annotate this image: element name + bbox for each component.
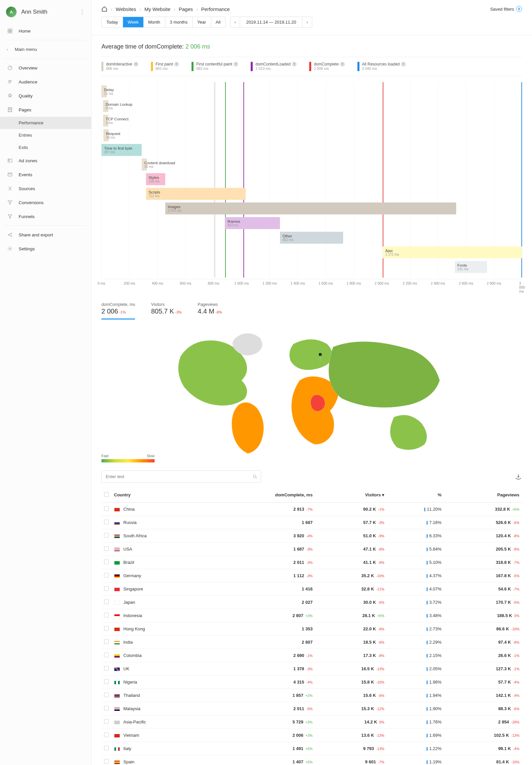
row-checkbox[interactable] (104, 653, 109, 657)
period-3-months[interactable]: 3 months (165, 17, 193, 27)
breadcrumb-3[interactable]: Pages (179, 6, 193, 12)
table-row: Thailand 1 857 +2% 15.6 K -6% 1.94% 142.… (101, 689, 522, 702)
row-checkbox[interactable] (104, 546, 109, 551)
saved-filters-button[interactable]: Saved filters 8 (490, 6, 522, 12)
period-month[interactable]: Month (144, 17, 165, 27)
flag-icon (114, 681, 120, 685)
row-checkbox[interactable] (104, 599, 109, 604)
download-icon[interactable] (515, 473, 522, 480)
flag-icon (114, 574, 120, 578)
date-range-value[interactable]: 2019.11.14 — 2019.11.20 (240, 17, 302, 27)
nav-overview[interactable]: Overview (0, 61, 91, 75)
main-menu-back[interactable]: ‹ Main menu (0, 42, 91, 57)
period-year[interactable]: Year (193, 17, 211, 27)
nav-adzones[interactable]: Ad zones (0, 154, 91, 168)
column-header[interactable]: % (387, 487, 444, 503)
row-checkbox[interactable] (104, 732, 109, 737)
help-icon[interactable]: ? (401, 62, 406, 67)
svg-point-16 (254, 475, 256, 477)
help-icon[interactable]: ? (292, 62, 296, 67)
legend-item: domInteractive ? 806 ms (101, 62, 138, 71)
row-checkbox[interactable] (104, 666, 109, 671)
svg-point-5 (9, 80, 10, 81)
nav-pages-exits[interactable]: Exits (0, 141, 91, 154)
period-all[interactable]: All (211, 17, 225, 27)
flag-icon (114, 614, 120, 618)
help-icon[interactable]: ? (340, 62, 345, 67)
row-checkbox[interactable] (104, 746, 109, 750)
help-icon[interactable]: ? (134, 62, 138, 67)
row-checkbox[interactable] (104, 692, 109, 697)
waterfall-row: Other452 ms (101, 230, 522, 245)
row-checkbox[interactable] (104, 506, 109, 511)
table-row: Hong Kong 1 353 22.0 K -9% 2.73% 86.6 K … (101, 622, 522, 636)
world-map[interactable]: FastSlow (91, 320, 532, 466)
svg-point-13 (11, 236, 12, 237)
home-icon (7, 28, 13, 34)
period-week[interactable]: Week (123, 17, 144, 27)
row-checkbox[interactable] (104, 533, 109, 537)
breadcrumb-1[interactable]: Websites (116, 6, 136, 12)
row-checkbox[interactable] (104, 759, 109, 764)
flag-icon (114, 707, 120, 711)
flag-icon (114, 561, 120, 565)
events-icon (7, 171, 13, 178)
date-next-button[interactable]: › (302, 17, 312, 27)
nav-audience[interactable]: Audience (0, 75, 91, 89)
breadcrumb-2[interactable]: My Website (144, 6, 170, 12)
row-checkbox[interactable] (104, 573, 109, 577)
nav-sources[interactable]: Sources (0, 182, 91, 196)
row-checkbox[interactable] (104, 586, 109, 591)
period-today[interactable]: Today (102, 17, 123, 27)
users-icon (7, 78, 13, 85)
stat-tab[interactable]: Pageviews 4.4 M -8% (198, 302, 222, 320)
breadcrumb-4[interactable]: Performance (201, 6, 230, 12)
flag-icon (114, 734, 120, 738)
waterfall-row: Domain Lookup0 ms (101, 99, 522, 113)
nav-home[interactable]: Home (0, 24, 91, 38)
row-checkbox[interactable] (104, 706, 109, 710)
table-row: Russia 1 687 57.7 K -3% 7.16% 526.6 K -6… (101, 516, 522, 529)
column-header[interactable]: domComplete, ms (207, 487, 315, 503)
nav-share[interactable]: Share and export (0, 228, 91, 242)
nav-pages[interactable]: Pages (0, 103, 91, 117)
nav-quality[interactable]: Quality (0, 89, 91, 103)
row-checkbox[interactable] (104, 613, 109, 617)
row-checkbox[interactable] (104, 679, 109, 684)
row-checkbox[interactable] (104, 639, 109, 644)
stat-tab[interactable]: Visitors 805.7 K -3% (151, 302, 182, 320)
chevron-left-icon: ‹ (7, 47, 8, 52)
nav-pages-performance[interactable]: Performance (0, 117, 91, 129)
column-header[interactable]: Country (111, 487, 207, 503)
nav-settings[interactable]: Settings (0, 242, 91, 256)
user-avatar[interactable]: A (6, 7, 17, 17)
nav-conversions[interactable]: Conversions (0, 196, 91, 210)
help-icon[interactable]: ? (234, 62, 238, 67)
nav-home-label: Home (19, 29, 31, 34)
country-search-input[interactable] (101, 470, 261, 483)
nav-funnels[interactable]: Funnels (0, 210, 91, 224)
row-checkbox[interactable] (104, 559, 109, 564)
legend-item: domContentLoaded ? 1 013 ms (251, 62, 296, 71)
flag-icon (114, 654, 120, 658)
user-menu-icon[interactable]: ⋮ (79, 8, 85, 16)
nav-pages-entries[interactable]: Entries (0, 129, 91, 141)
nav-events[interactable]: Events (0, 168, 91, 182)
stat-tab[interactable]: domComplete, ms 2 006 -1% (101, 302, 135, 320)
row-checkbox[interactable] (104, 520, 109, 524)
share-icon (7, 231, 13, 238)
home-breadcrumb-icon[interactable] (101, 6, 107, 12)
date-prev-button[interactable]: ‹ (231, 17, 240, 27)
table-row: USA 1 687 -3% 47.1 K -8% 5.84% 205.5 K -… (101, 542, 522, 556)
column-header[interactable]: Pageviews (444, 487, 522, 503)
select-all-checkbox[interactable] (104, 492, 109, 497)
svg-rect-9 (9, 160, 10, 161)
waterfall-row: Delay11 ms (101, 84, 522, 99)
waterfall-row: Images2 075 ms (101, 201, 522, 216)
column-header[interactable]: Visitors ▾ (315, 487, 387, 503)
svg-point-12 (11, 233, 12, 234)
help-icon[interactable]: ? (174, 62, 179, 67)
row-checkbox[interactable] (104, 719, 109, 724)
waterfall-row: Fonts231 ms (101, 260, 522, 274)
row-checkbox[interactable] (104, 626, 109, 631)
